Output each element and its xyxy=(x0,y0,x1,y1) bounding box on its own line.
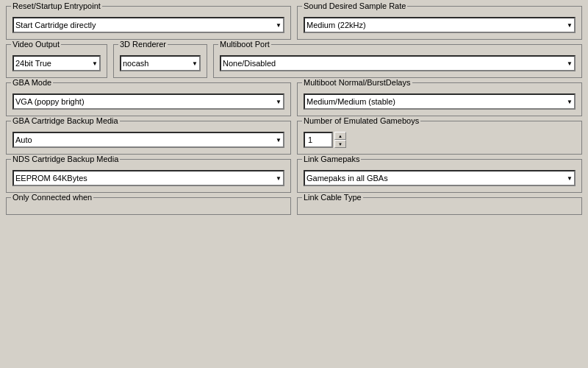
nds-backup-media-group: NDS Cartridge Backup Media EEPROM 64KByt… xyxy=(6,159,291,193)
row-3: GBA Mode VGA (poppy bright) LCD (dark) N… xyxy=(6,82,582,116)
multiboot-port-select[interactable]: None/Disabled COM1 COM2 xyxy=(220,55,576,71)
reset-startup-select-container: Start Cartridge directly Start BIOS Star… xyxy=(12,17,284,33)
link-cable-type-group: Link Cable Type xyxy=(297,197,582,215)
multiboot-delays-group: Multiboot Normal/BurstDelays Slow/Slow M… xyxy=(297,82,582,116)
video-output-select[interactable]: 16bit 24bit True 32bit xyxy=(12,55,101,71)
gba-backup-media-select-container: Auto None EEPROM Flash SRAM xyxy=(12,132,284,148)
reset-startup-select[interactable]: Start Cartridge directly Start BIOS Star… xyxy=(12,17,284,33)
row-5: NDS Cartridge Backup Media EEPROM 64KByt… xyxy=(6,159,582,193)
renderer-3d-select[interactable]: nocash OpenGL xyxy=(120,55,201,71)
emulated-gameboys-label: Number of Emulated Gameboys xyxy=(302,116,420,125)
renderer-3d-group: 3D Renderer nocash OpenGL xyxy=(113,44,207,78)
reset-startup-group: Reset/Startup Entrypoint Start Cartridge… xyxy=(6,6,291,40)
emulated-gameboys-input[interactable]: 1 xyxy=(304,132,333,148)
link-gamepaks-select[interactable]: Gamepaks in all GBAs Gamepak only in GBA… xyxy=(304,170,576,186)
video-output-group: Video Output 16bit 24bit True 32bit xyxy=(6,44,107,78)
row-1: Reset/Startup Entrypoint Start Cartridge… xyxy=(6,6,582,40)
renderer-3d-select-container: nocash OpenGL xyxy=(120,55,201,71)
spinner-down-button[interactable]: ▼ xyxy=(334,140,346,148)
multiboot-delays-select-container: Slow/Slow Medium/Medium (stable) Fast/Fa… xyxy=(304,93,576,110)
multiboot-port-select-container: None/Disabled COM1 COM2 xyxy=(220,55,576,71)
link-cable-type-label: Link Cable Type xyxy=(302,193,363,202)
gba-mode-group: GBA Mode VGA (poppy bright) LCD (dark) N… xyxy=(6,82,291,116)
emulated-gameboys-spinner-buttons: ▲ ▼ xyxy=(334,132,346,148)
gba-mode-label: GBA Mode xyxy=(11,78,53,87)
sound-sample-rate-select[interactable]: Low (11kHz) Medium (22kHz) High (44kHz) xyxy=(304,17,576,33)
row-6: Only Connected when Link Cable Type xyxy=(6,197,582,215)
multiboot-port-label: Multiboot Port xyxy=(218,40,271,49)
multiboot-delays-label: Multiboot Normal/BurstDelays xyxy=(302,78,412,87)
renderer-3d-label: 3D Renderer xyxy=(118,40,168,49)
main-panel: Reset/Startup Entrypoint Start Cartridge… xyxy=(0,0,588,221)
only-connected-group: Only Connected when xyxy=(6,197,291,215)
link-gamepaks-select-container: Gamepaks in all GBAs Gamepak only in GBA… xyxy=(304,170,576,186)
only-connected-label: Only Connected when xyxy=(11,193,93,202)
gba-backup-media-label: GBA Cartridge Backup Media xyxy=(11,116,120,125)
sound-sample-rate-group: Sound Desired Sample Rate Low (11kHz) Me… xyxy=(297,6,582,40)
gba-backup-media-select[interactable]: Auto None EEPROM Flash SRAM xyxy=(12,132,284,148)
sound-sample-rate-select-container: Low (11kHz) Medium (22kHz) High (44kHz) xyxy=(304,17,576,33)
link-gamepaks-label: Link Gamepaks xyxy=(302,155,361,163)
nds-backup-media-select-container: EEPROM 64KBytes EEPROM 8KBytes None xyxy=(12,170,284,186)
gba-backup-media-group: GBA Cartridge Backup Media Auto None EEP… xyxy=(6,121,291,155)
emulated-gameboys-group: Number of Emulated Gameboys 1 ▲ ▼ xyxy=(297,121,582,155)
video-output-select-container: 16bit 24bit True 32bit xyxy=(12,55,101,71)
video-output-label: Video Output xyxy=(11,40,61,49)
multiboot-delays-select[interactable]: Slow/Slow Medium/Medium (stable) Fast/Fa… xyxy=(304,93,576,110)
gba-mode-select-container: VGA (poppy bright) LCD (dark) Normal xyxy=(12,93,284,110)
reset-startup-label: Reset/Startup Entrypoint xyxy=(11,1,102,10)
multiboot-port-group: Multiboot Port None/Disabled COM1 COM2 xyxy=(213,44,582,78)
gba-mode-select[interactable]: VGA (poppy bright) LCD (dark) Normal xyxy=(12,93,284,110)
row-2: Video Output 16bit 24bit True 32bit 3D R… xyxy=(6,44,582,78)
link-gamepaks-group: Link Gamepaks Gamepaks in all GBAs Gamep… xyxy=(297,159,582,193)
sound-sample-rate-label: Sound Desired Sample Rate xyxy=(302,1,407,10)
nds-backup-media-select[interactable]: EEPROM 64KBytes EEPROM 8KBytes None xyxy=(12,170,284,186)
emulated-gameboys-spinner: 1 ▲ ▼ xyxy=(304,132,576,148)
nds-backup-media-label: NDS Cartridge Backup Media xyxy=(11,155,120,163)
row-4: GBA Cartridge Backup Media Auto None EEP… xyxy=(6,121,582,155)
spinner-up-button[interactable]: ▲ xyxy=(334,132,346,140)
